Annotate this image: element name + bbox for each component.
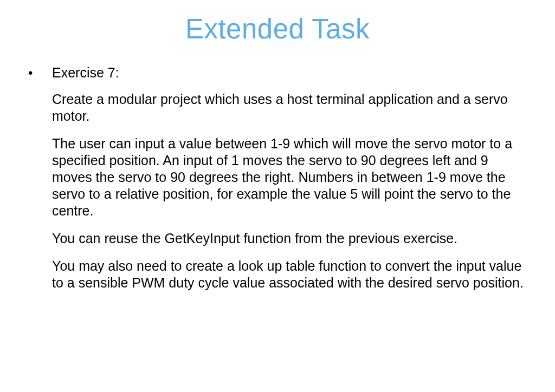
slide-content: • Exercise 7: Create a modular project w… [25,64,530,291]
paragraph-2: The user can input a value between 1-9 w… [28,135,530,219]
paragraph-1: Create a modular project which uses a ho… [28,91,530,125]
paragraph-3: You can reuse the GetKeyInput function f… [28,230,530,247]
slide-title: Extended Task [25,13,530,45]
bullet-marker: • [28,64,52,81]
paragraph-4: You may also need to create a look up ta… [28,258,530,291]
bullet-item: • Exercise 7: [28,64,530,81]
exercise-label: Exercise 7: [52,64,119,81]
